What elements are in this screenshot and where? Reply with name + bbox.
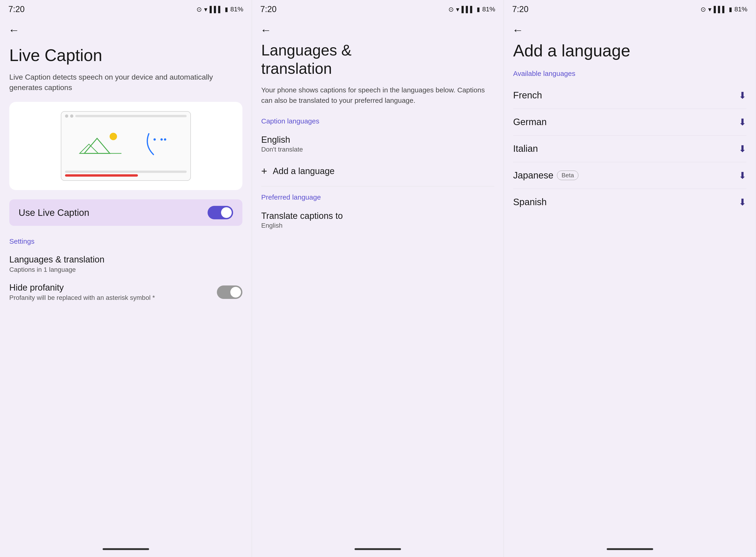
japanese-download-icon[interactable]: ⬇ [738, 170, 747, 181]
illus-bottom [61, 169, 190, 180]
hide-profanity-toggle[interactable] [217, 286, 243, 299]
hide-profanity-title: Hide profanity [9, 283, 212, 293]
english-lang-item[interactable]: English Don't translate [261, 130, 494, 158]
italian-item[interactable]: Italian ⬇ [513, 136, 747, 162]
illustration-box [9, 102, 243, 190]
signal-icon-2: ▌▌▌ [461, 6, 474, 13]
page-title-3: Add a language [513, 41, 747, 60]
page-title-1: Live Caption [9, 46, 243, 65]
languages-translation-sub: Captions in 1 language [9, 266, 243, 273]
caption-languages-label: Caption languages [261, 117, 494, 125]
illus-art [61, 119, 190, 169]
screen2-content: Languages &translation Your phone shows … [252, 41, 504, 548]
status-icons-2: ⊙ ▾ ▌▌▌ ▮ 81% [448, 6, 495, 13]
spanish-download-icon[interactable]: ⬇ [738, 197, 747, 207]
page-title-2: Languages &translation [261, 41, 494, 78]
german-download-icon[interactable]: ⬇ [738, 117, 747, 127]
status-icons-1: ⊙ ▾ ▌▌▌ ▮ 81% [196, 6, 243, 13]
italian-download-icon[interactable]: ⬇ [738, 143, 747, 154]
svg-point-0 [110, 133, 117, 140]
messenger-icon-1: ⊙ [196, 6, 202, 13]
use-live-caption-toggle[interactable] [207, 206, 233, 219]
home-indicator-2 [355, 548, 401, 550]
plus-icon: + [261, 165, 267, 177]
mountains-svg [77, 131, 124, 157]
screen-languages-translation: 7:20 ⊙ ▾ ▌▌▌ ▮ 81% ← Languages &translat… [252, 0, 504, 557]
hide-profanity-knob [230, 287, 241, 297]
svg-marker-1 [84, 138, 110, 153]
illustration-inner [61, 111, 191, 181]
home-indicator-1 [103, 548, 149, 550]
add-language-text: Add a language [273, 166, 335, 176]
preferred-language-label: Preferred language [261, 193, 494, 201]
available-languages-label: Available languages [513, 69, 747, 78]
face-svg [142, 131, 174, 157]
french-item[interactable]: French ⬇ [513, 82, 747, 109]
home-indicator-3 [607, 548, 653, 550]
languages-translation-item[interactable]: Languages & translation Captions in 1 la… [9, 250, 243, 278]
hide-profanity-text: Hide profanity Profanity will be replace… [9, 283, 212, 301]
german-item-row: German [513, 117, 547, 127]
illus-top [61, 112, 190, 119]
toggle-knob [221, 207, 232, 218]
french-download-icon[interactable]: ⬇ [738, 90, 747, 101]
messenger-icon-2: ⊙ [448, 6, 454, 13]
status-bar-1: 7:20 ⊙ ▾ ▌▌▌ ▮ 81% [0, 0, 252, 17]
caption-bar-red [65, 174, 138, 177]
languages-translation-title: Languages & translation [9, 255, 243, 265]
signal-icon-1: ▌▌▌ [210, 6, 222, 13]
spanish-item-row: Spanish [513, 197, 547, 207]
wifi-icon-2: ▾ [456, 6, 459, 13]
settings-section-label: Settings [9, 237, 243, 245]
screen-live-caption: 7:20 ⊙ ▾ ▌▌▌ ▮ 81% ← Live Caption Live C… [0, 0, 252, 557]
svg-point-4 [153, 138, 156, 141]
battery-icon-3: ▮ [729, 6, 732, 13]
screen1-content: Live Caption Live Caption detects speech… [0, 41, 252, 548]
page-description-1: Live Caption detects speech on your devi… [9, 72, 243, 93]
illus-bar [75, 115, 187, 117]
status-time-3: 7:20 [512, 4, 528, 14]
caption-bar-1 [65, 171, 187, 173]
signal-icon-3: ▌▌▌ [714, 6, 727, 13]
battery-text-2: 81% [482, 6, 495, 13]
divider-1 [261, 186, 494, 186]
illus-dot-1 [65, 114, 68, 118]
battery-icon-2: ▮ [477, 6, 480, 13]
status-time-1: 7:20 [8, 4, 25, 14]
status-bar-3: 7:20 ⊙ ▾ ▌▌▌ ▮ 81% [504, 0, 756, 17]
italian-name: Italian [513, 143, 538, 154]
german-item[interactable]: German ⬇ [513, 109, 747, 136]
wifi-icon-1: ▾ [204, 6, 207, 13]
add-language-row[interactable]: + Add a language [261, 158, 494, 184]
back-button-3[interactable]: ← [504, 17, 756, 41]
french-item-row: French [513, 90, 542, 100]
svg-point-6 [164, 138, 166, 141]
japanese-name: Japanese [513, 170, 553, 181]
spanish-name: Spanish [513, 197, 547, 207]
back-button-1[interactable]: ← [0, 17, 252, 41]
svg-point-5 [161, 138, 163, 141]
battery-text-1: 81% [230, 6, 243, 13]
translate-captions-sub: English [261, 222, 494, 229]
preferred-language-section: Preferred language Translate captions to… [261, 193, 494, 234]
status-time-2: 7:20 [260, 4, 277, 14]
english-lang-sub: Don't translate [261, 146, 494, 153]
spanish-item[interactable]: Spanish ⬇ [513, 189, 747, 215]
screen3-content: Add a language Available languages Frenc… [504, 41, 756, 548]
caption-languages-section: Caption languages English Don't translat… [261, 117, 494, 184]
back-button-2[interactable]: ← [252, 17, 504, 41]
hide-profanity-row[interactable]: Hide profanity Profanity will be replace… [9, 278, 243, 306]
english-lang-title: English [261, 135, 494, 145]
use-live-caption-row[interactable]: Use Live Caption [9, 199, 243, 226]
german-name: German [513, 117, 547, 127]
wifi-icon-3: ▾ [708, 6, 711, 13]
japanese-item[interactable]: Japanese Beta ⬇ [513, 162, 747, 189]
battery-text-3: 81% [734, 6, 748, 13]
available-languages-section: Available languages French ⬇ German ⬇ It… [513, 69, 747, 215]
beta-badge: Beta [557, 171, 578, 180]
italian-item-row: Italian [513, 143, 538, 154]
hide-profanity-sub: Profanity will be replaced with an aster… [9, 294, 212, 301]
translate-captions-title: Translate captions to [261, 211, 494, 221]
translate-captions-item[interactable]: Translate captions to English [261, 206, 494, 234]
svg-marker-2 [80, 144, 98, 153]
